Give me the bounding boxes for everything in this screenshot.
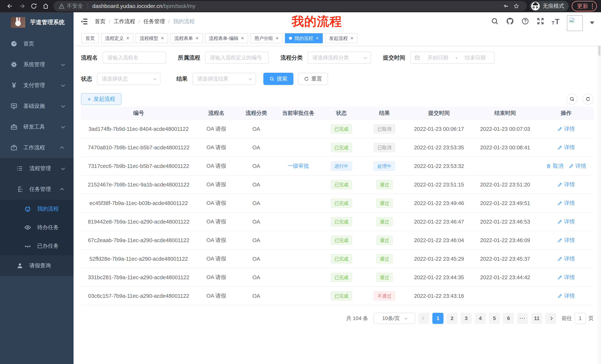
next-page-button[interactable] [545,313,556,324]
result-cell: 通过 [362,236,406,245]
sidebar-item-home[interactable]: 首页 [0,33,74,54]
row-actions: 详情 [557,144,575,151]
tab-流程表单[interactable]: 流程表单× [170,33,203,43]
refresh-table-button[interactable] [582,94,594,105]
sidebar-item-done-tasks[interactable]: 已办任务 [0,237,74,255]
forward-icon[interactable] [16,1,28,11]
breadcrumb-task-mgmt[interactable]: 任务管理 [143,18,165,25]
start-date-placeholder[interactable]: 开始日期 [422,54,453,61]
tab-流程定义[interactable]: 流程定义× [101,33,133,43]
breadcrumb-workflow[interactable]: 工作流程 [114,18,135,25]
content: 流程名 所属流程 流程分类 提交时间 开始日期 - [74,46,601,364]
show-search-toggle-button[interactable] [566,94,578,105]
sidebar-item-task-mgmt[interactable]: 任务管理 [0,179,74,200]
sidebar-item-process-mgmt[interactable]: 流程管理 [0,158,74,179]
search-button[interactable]: 搜索 [263,73,293,85]
chevron-down-icon [61,104,65,108]
prev-page-button[interactable] [418,313,429,324]
tab-我的流程[interactable]: 我的流程× [285,33,323,43]
page-button-5[interactable]: 5 [489,313,500,324]
browser-menu-icon[interactable] [592,3,593,9]
detail-action-link[interactable]: 详情 [557,218,575,225]
search-icon[interactable] [491,17,499,25]
process-name-input[interactable] [107,55,161,61]
tab-close-icon[interactable]: × [161,36,164,41]
detail-action-link[interactable]: 详情 [557,125,575,133]
process-def-input[interactable] [210,55,264,61]
detail-action-link[interactable]: 详情 [557,274,575,281]
sidebar-item-devtools[interactable]: 研发工具 [0,116,74,137]
action-label: 详情 [564,292,575,300]
reset-button[interactable]: 重置 [298,73,328,85]
sidebar-item-infrastructure[interactable]: 基础设施 [0,96,74,116]
home-icon[interactable] [40,1,52,11]
browser-update-button[interactable]: 更新 [572,1,597,11]
tab-流程表单-编辑[interactable]: 流程表单-编辑× [205,33,248,43]
sidebar-item-payment[interactable]: ¥ 支付管理 [0,75,74,96]
breadcrumb-home[interactable]: 首页 [95,18,105,25]
reload-icon[interactable] [28,1,40,11]
end-date-placeholder[interactable]: 结束日期 [460,54,491,61]
page-size-select[interactable]: 10条/页 [374,313,415,324]
tab-流程模型[interactable]: 流程模型× [136,33,168,43]
eye-icon [24,224,31,231]
status-cell: 已完成 [320,143,362,152]
password-key-icon[interactable] [501,2,511,10]
table-toolbar: + 发起流程 [81,93,594,105]
cancel-action-link[interactable]: 取消 [546,162,563,170]
tab-发起流程[interactable]: 发起流程× [325,33,357,43]
detail-action-link[interactable]: 详情 [557,255,575,262]
edit-pencil-icon [557,275,562,280]
tab-close-icon[interactable]: × [196,36,199,41]
sidebar-item-workflow[interactable]: 工作流程 [0,137,74,158]
tab-首页[interactable]: 首页 [81,33,99,43]
page-ellipsis[interactable]: ··· [517,313,528,324]
bookmark-star-icon[interactable] [511,2,521,10]
category-select[interactable] [308,52,371,64]
detail-action-link[interactable]: 详情 [557,200,575,207]
process-category-cell: OA [236,163,276,169]
page-button-6[interactable]: 6 [503,313,514,324]
tab-close-icon[interactable]: × [241,36,244,41]
goto-page-input[interactable] [575,313,586,324]
sidebar-fold-icon[interactable] [80,18,88,26]
sidebar-item-todo-tasks[interactable]: 待办任务 [0,218,74,237]
fullscreen-icon[interactable] [536,17,545,25]
submit-time-range-picker[interactable]: 开始日期 - 结束日期 [410,52,495,64]
row-actions: 详情 [557,218,575,225]
sidebar-item-system[interactable]: 系统管理 [0,54,74,75]
github-icon[interactable] [506,17,514,25]
page-button-2[interactable]: 2 [446,313,458,324]
help-icon[interactable] [521,17,529,25]
process-table: 编号 流程名 流程分类 当前审批任务 状态 结果 提交时间 结束时间 操作 3a… [81,106,594,305]
detail-action-link[interactable]: 详情 [557,292,575,300]
avatar[interactable] [567,15,583,31]
page-button-4[interactable]: 4 [475,313,486,324]
current-task-link[interactable]: 一级审批 [288,162,309,170]
font-size-icon[interactable]: TT [551,17,560,25]
detail-action-link[interactable]: 详情 [569,162,586,170]
result-select[interactable] [192,73,256,85]
tab-close-icon[interactable]: × [276,36,279,41]
tab-close-icon[interactable]: × [316,36,319,41]
row-actions: 详情 [557,292,575,300]
tab-close-icon[interactable]: × [126,36,129,41]
detail-action-link[interactable]: 详情 [557,237,575,244]
sidebar-item-leave-query[interactable]: 请假查询 [0,255,74,276]
detail-action-link[interactable]: 详情 [557,144,575,151]
page-button-11[interactable]: 11 [531,313,542,324]
page-button-3[interactable]: 3 [461,313,472,324]
status-select[interactable] [97,73,160,85]
end-time-cell: 2022-01-22 23:49:51 [471,200,539,206]
detail-action-link[interactable]: 详情 [557,181,575,188]
tab-close-icon[interactable]: × [350,36,353,41]
avatar-caret-icon[interactable] [590,21,594,24]
address-bar[interactable]: 不安全 dashboard.yudao.iocoder.cn /bpm/task… [53,1,527,11]
sidebar-item-my-process[interactable]: 我的流程 [0,200,74,218]
status-cell: 已完成 [320,254,362,263]
scrollbar[interactable] [598,12,601,364]
page-button-1[interactable]: 1 [432,313,443,324]
create-process-button[interactable]: + 发起流程 [81,93,121,105]
back-icon[interactable] [4,1,16,11]
tab-用户分组[interactable]: 用户分组× [250,33,283,43]
